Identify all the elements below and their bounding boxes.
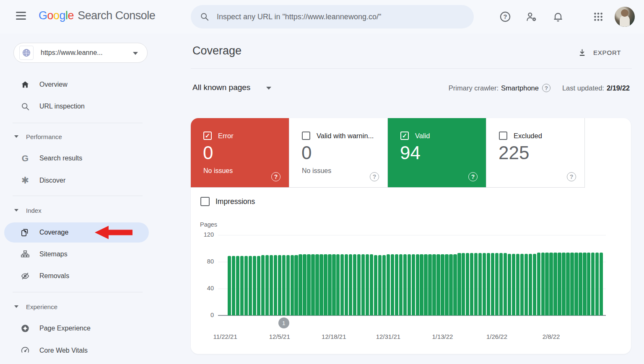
- help-icon[interactable]: ?: [542, 84, 551, 92]
- bar[interactable]: [257, 256, 260, 315]
- bar[interactable]: [512, 254, 515, 315]
- notifications-icon[interactable]: [548, 7, 568, 27]
- bar[interactable]: [299, 254, 302, 315]
- bar[interactable]: [424, 254, 427, 315]
- bar[interactable]: [428, 254, 431, 315]
- section-header-performance[interactable]: Performance: [14, 132, 140, 142]
- bar[interactable]: [353, 254, 356, 315]
- bar[interactable]: [432, 254, 436, 315]
- bar[interactable]: [382, 255, 386, 315]
- bar[interactable]: [516, 254, 519, 315]
- avatar[interactable]: [615, 7, 635, 27]
- bar[interactable]: [445, 254, 448, 315]
- bar[interactable]: [228, 256, 231, 315]
- bar[interactable]: [600, 253, 603, 315]
- bar[interactable]: [357, 254, 361, 315]
- apps-grid-icon[interactable]: [588, 7, 608, 27]
- bar[interactable]: [466, 253, 469, 315]
- app-logo[interactable]: Google Search Console: [39, 9, 155, 22]
- bar[interactable]: [416, 254, 419, 315]
- bar[interactable]: [328, 254, 331, 315]
- checkbox-checked-icon[interactable]: ✓: [203, 132, 212, 140]
- help-icon[interactable]: ?: [271, 172, 280, 181]
- bar[interactable]: [537, 253, 540, 315]
- bar[interactable]: [307, 254, 310, 315]
- bar[interactable]: [374, 255, 377, 315]
- bar[interactable]: [294, 255, 298, 315]
- bar[interactable]: [315, 254, 319, 315]
- bar[interactable]: [562, 253, 565, 315]
- bar[interactable]: [436, 254, 440, 315]
- bar[interactable]: [349, 254, 352, 315]
- bar[interactable]: [470, 253, 473, 315]
- section-header-experience[interactable]: Experience: [14, 302, 140, 312]
- checkbox-unchecked-icon[interactable]: [302, 132, 310, 140]
- bar[interactable]: [553, 253, 557, 315]
- bar[interactable]: [265, 255, 269, 315]
- bar[interactable]: [558, 253, 561, 315]
- bar[interactable]: [591, 253, 595, 315]
- bar[interactable]: [361, 254, 365, 315]
- bar[interactable]: [579, 253, 582, 315]
- bar[interactable]: [504, 253, 507, 315]
- bar[interactable]: [408, 254, 411, 315]
- bar[interactable]: [495, 253, 499, 315]
- bar[interactable]: [474, 253, 478, 315]
- export-button[interactable]: EXPORT: [578, 46, 621, 59]
- bar[interactable]: [453, 254, 457, 315]
- sidebar-item-page-experience[interactable]: Page Experience: [4, 318, 149, 338]
- sidebar-item-sitemaps[interactable]: Sitemaps: [4, 244, 149, 264]
- bar[interactable]: [449, 254, 452, 315]
- bar[interactable]: [236, 256, 239, 315]
- bar[interactable]: [566, 253, 569, 315]
- bar[interactable]: [282, 255, 286, 315]
- help-icon[interactable]: ?: [370, 172, 379, 181]
- annotation-marker[interactable]: 1: [278, 318, 289, 328]
- bar[interactable]: [319, 254, 323, 315]
- help-icon[interactable]: ?: [468, 172, 478, 181]
- sidebar-item-discover[interactable]: ✱ Discover: [4, 170, 149, 191]
- bar[interactable]: [286, 255, 290, 315]
- bar[interactable]: [457, 253, 461, 315]
- checkbox-unchecked-icon[interactable]: [499, 132, 507, 140]
- bar[interactable]: [278, 255, 281, 315]
- section-header-index[interactable]: Index: [14, 205, 140, 215]
- bar[interactable]: [336, 254, 340, 315]
- bar[interactable]: [249, 256, 252, 315]
- help-icon[interactable]: ?: [495, 7, 515, 27]
- bar[interactable]: [274, 255, 277, 315]
- bar[interactable]: [378, 255, 382, 315]
- status-card-valid[interactable]: ✓ Valid 94 ?: [388, 118, 486, 187]
- bar[interactable]: [462, 253, 465, 315]
- sidebar-item-removals[interactable]: Removals: [4, 266, 149, 286]
- bar[interactable]: [574, 253, 578, 315]
- bar[interactable]: [345, 254, 348, 315]
- bar[interactable]: [545, 253, 548, 315]
- bar[interactable]: [595, 253, 599, 315]
- status-card-valid-with-warnings[interactable]: Valid with warnin... 0 No issues ?: [289, 118, 388, 187]
- page-filter-dropdown[interactable]: All known pages: [192, 83, 271, 92]
- bar[interactable]: [525, 254, 528, 315]
- bar[interactable]: [232, 256, 235, 315]
- bar[interactable]: [387, 254, 390, 315]
- bar[interactable]: [244, 256, 248, 315]
- bar[interactable]: [311, 254, 314, 315]
- bar[interactable]: [529, 254, 532, 315]
- hamburger-menu-icon[interactable]: [16, 12, 27, 22]
- bar[interactable]: [570, 253, 574, 315]
- bar[interactable]: [541, 253, 545, 315]
- bar[interactable]: [403, 254, 407, 315]
- checkbox-checked-icon[interactable]: ✓: [400, 132, 409, 140]
- bar[interactable]: [291, 255, 294, 315]
- bar[interactable]: [587, 253, 590, 315]
- bar[interactable]: [340, 254, 344, 315]
- status-card-excluded[interactable]: Excluded 225 ?: [486, 118, 585, 187]
- manage-users-icon[interactable]: [522, 7, 542, 27]
- bar[interactable]: [478, 253, 482, 315]
- bar[interactable]: [261, 255, 265, 315]
- bar[interactable]: [441, 254, 444, 315]
- bar[interactable]: [270, 255, 273, 315]
- bar[interactable]: [508, 254, 511, 315]
- bar[interactable]: [399, 254, 402, 315]
- impressions-toggle[interactable]: Impressions: [200, 197, 255, 206]
